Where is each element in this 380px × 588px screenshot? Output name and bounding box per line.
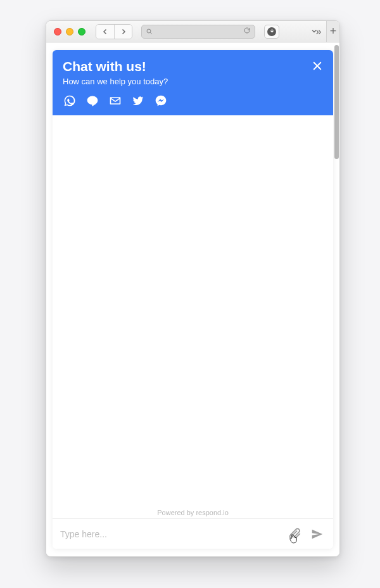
chat-header: Chat with us! How can we help you today?: [53, 50, 333, 115]
chat-widget: Chat with us! How can we help you today?: [53, 50, 333, 549]
chat-messages-area: [53, 115, 333, 505]
downloads-button[interactable]: [264, 25, 279, 39]
overflow-menu-button[interactable]: »: [307, 25, 322, 39]
browser-window: » + Chat with us! How can we help you to…: [46, 20, 340, 557]
svg-line-1: [150, 32, 152, 34]
chat-input-row: [53, 518, 333, 549]
powered-by-label: Powered by respond.io: [53, 505, 333, 518]
attach-button[interactable]: [286, 526, 303, 542]
chat-close-button[interactable]: [310, 59, 324, 73]
reload-icon[interactable]: [243, 27, 251, 36]
address-bar[interactable]: [141, 25, 255, 39]
new-tab-button[interactable]: +: [326, 21, 339, 42]
chat-text-input[interactable]: [60, 529, 280, 539]
download-icon: [267, 27, 276, 36]
page-content: Chat with us! How can we help you today?: [46, 42, 339, 556]
svg-point-0: [147, 29, 151, 33]
page-scrollbar[interactable]: [334, 45, 339, 159]
channel-icons: [63, 94, 323, 108]
twitter-icon[interactable]: [131, 94, 145, 108]
window-controls: [51, 28, 86, 35]
chat-subtitle: How can we help you today?: [63, 77, 323, 86]
close-window-button[interactable]: [54, 28, 61, 35]
zoom-window-button[interactable]: [78, 28, 86, 35]
whatsapp-icon[interactable]: [63, 94, 77, 108]
search-icon: [146, 28, 153, 35]
email-icon[interactable]: [108, 94, 122, 108]
minimize-window-button[interactable]: [66, 28, 73, 35]
browser-titlebar: » +: [46, 21, 339, 42]
forward-button[interactable]: [114, 25, 132, 39]
back-button[interactable]: [96, 25, 114, 39]
messenger-icon[interactable]: [154, 94, 168, 108]
chat-title: Chat with us!: [63, 59, 323, 74]
send-button[interactable]: [309, 526, 326, 542]
line-icon[interactable]: [86, 94, 99, 108]
nav-buttons: [96, 24, 132, 39]
